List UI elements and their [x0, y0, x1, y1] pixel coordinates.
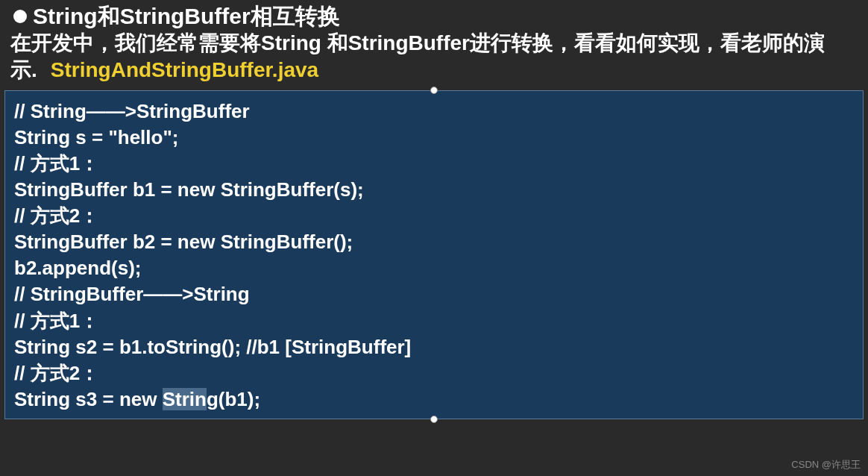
code-line: // 方式1： — [14, 308, 854, 334]
code-line: b2.append(s); — [14, 255, 854, 281]
slide-subtitle: 在开发中，我们经常需要将String 和StringBuffer进行转换，看看如… — [7, 30, 861, 84]
slide-title: String和StringBuffer相互转换 — [33, 3, 340, 30]
code-line: // 方式2： — [14, 360, 854, 386]
slide-header: String和StringBuffer相互转换 在开发中，我们经常需要将Stri… — [0, 0, 868, 86]
watermark: CSDN @许思王 — [791, 458, 861, 472]
code-text: g(b1); — [207, 388, 260, 410]
code-line: StringBuffer b1 = new StringBuffer(s); — [14, 177, 854, 203]
title-row: String和StringBuffer相互转换 — [7, 3, 861, 30]
selection-handle-bottom[interactable] — [430, 416, 438, 423]
code-block[interactable]: // String——>StringBuffer String s = "hel… — [4, 90, 864, 419]
code-line: String s = "hello"; — [14, 125, 854, 151]
selection-handle-top[interactable] — [430, 87, 438, 94]
code-line: StringBuffer b2 = new StringBuffer(); — [14, 229, 854, 255]
bullet-icon — [13, 10, 27, 23]
highlighted-text: Strin — [163, 388, 207, 410]
filename-text: StringAndStringBuffer.java — [51, 58, 318, 81]
code-line: String s2 = b1.toString(); //b1 [StringB… — [14, 334, 854, 360]
code-line-last: String s3 = new String(b1); — [14, 386, 854, 413]
code-text: String s3 = new — [14, 388, 163, 410]
code-line: // String——>StringBuffer — [14, 98, 854, 125]
code-line: // StringBuffer——>String — [14, 281, 854, 307]
code-line: // 方式1： — [14, 151, 854, 177]
code-line: // 方式2： — [14, 203, 854, 229]
